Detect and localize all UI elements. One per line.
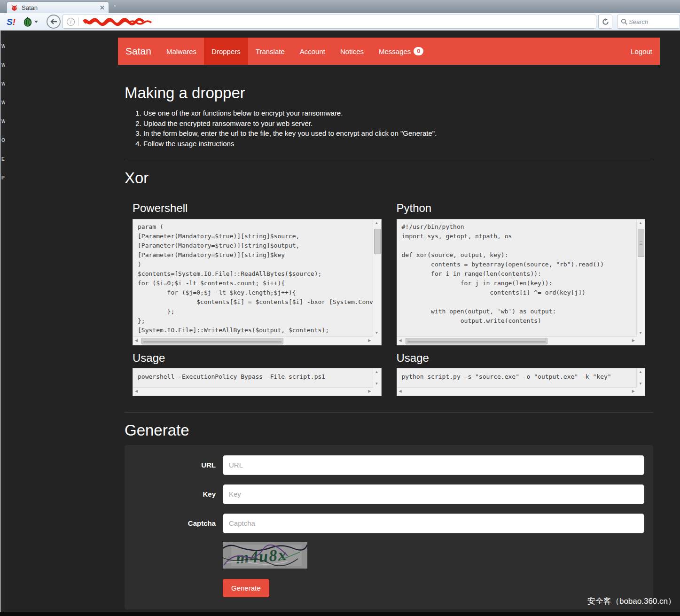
scroll-up-icon[interactable]: ▲ bbox=[639, 221, 642, 225]
redacted-url-scribble bbox=[83, 17, 153, 26]
form-row-captcha: Captcha bbox=[125, 514, 644, 533]
scrollbar-corner bbox=[637, 337, 645, 345]
vertical-scrollbar[interactable]: ▲ ▼ bbox=[636, 219, 645, 337]
reload-icon bbox=[602, 18, 609, 25]
key-field[interactable] bbox=[223, 484, 644, 504]
devil-favicon-icon bbox=[11, 4, 18, 11]
scroll-left-icon[interactable]: ◀ bbox=[135, 339, 138, 343]
horizontal-scrollbar[interactable]: ◀ ▶ bbox=[397, 336, 637, 345]
scroll-left-icon[interactable]: ◀ bbox=[399, 339, 402, 343]
instruction-step: Use one of the xor functions below to en… bbox=[143, 108, 653, 118]
scroll-up-icon[interactable]: ▲ bbox=[639, 370, 642, 374]
nav-item-droppers[interactable]: Droppers bbox=[204, 38, 248, 65]
nav-item-messages[interactable]: Messages 0 bbox=[371, 38, 431, 65]
scrollbar-corner bbox=[637, 388, 645, 396]
scrollbar-thumb[interactable] bbox=[374, 229, 381, 254]
nav-item-account[interactable]: Account bbox=[292, 38, 333, 65]
vertical-scrollbar[interactable]: ▲ ▼ bbox=[373, 368, 381, 388]
new-tab-button[interactable] bbox=[114, 5, 116, 7]
powershell-usage: powershell -ExecutionPolicy Bypass -File… bbox=[133, 368, 373, 388]
python-code: #!/usr/bin/python import sys, getopt, nt… bbox=[397, 219, 637, 337]
web-page: Satan Malwares Droppers Translate Accoun… bbox=[5, 31, 680, 612]
powershell-usage-title: Usage bbox=[133, 352, 382, 364]
url-bar[interactable]: i bbox=[63, 15, 596, 29]
scroll-up-icon[interactable]: ▲ bbox=[375, 221, 379, 225]
url-field[interactable] bbox=[223, 455, 644, 475]
python-usage: python script.py -s "source.exe" -o "out… bbox=[397, 368, 637, 388]
screenshot-root: W WWWW WOEP Satan ✕ S! bbox=[0, 0, 680, 616]
scroll-up-icon[interactable]: ▲ bbox=[375, 370, 379, 374]
generate-button-wrap: Generate bbox=[223, 579, 644, 597]
site-info-icon[interactable]: i bbox=[67, 18, 75, 26]
tab-title: Satan bbox=[22, 4, 100, 11]
chevron-down-icon bbox=[34, 21, 38, 23]
scroll-right-icon[interactable]: ▶ bbox=[368, 390, 371, 393]
captcha-field[interactable] bbox=[223, 514, 644, 533]
tab-close-icon[interactable]: ✕ bbox=[100, 4, 105, 11]
scroll-right-icon[interactable]: ▶ bbox=[368, 339, 371, 343]
python-title: Python bbox=[397, 202, 646, 214]
search-input[interactable] bbox=[628, 18, 667, 26]
browser-tab[interactable]: Satan ✕ bbox=[7, 1, 109, 13]
form-row-key: Key bbox=[125, 484, 644, 504]
instruction-step: Upload the encrypted ransomware to your … bbox=[143, 118, 653, 129]
powershell-code: param ( [Parameter(Mandatory=$true)][str… bbox=[133, 219, 373, 337]
generate-button[interactable]: Generate bbox=[223, 579, 269, 597]
captcha-image: m4u8x bbox=[223, 542, 307, 569]
scroll-down-icon[interactable]: ▼ bbox=[639, 331, 642, 335]
divider bbox=[125, 160, 653, 160]
scrollbar-corner bbox=[373, 337, 381, 345]
instruction-step: In the form below, enter the url to the … bbox=[143, 128, 653, 139]
nav-item-notices[interactable]: Notices bbox=[333, 38, 371, 65]
powershell-code-box[interactable]: param ( [Parameter(Mandatory=$true)][str… bbox=[133, 219, 382, 345]
navbar-brand[interactable]: Satan bbox=[118, 38, 159, 65]
key-label: Key bbox=[125, 484, 223, 504]
generate-section-title: Generate bbox=[125, 422, 653, 439]
powershell-column: Powershell param ( [Parameter(Mandatory=… bbox=[133, 202, 382, 397]
horizontal-scrollbar[interactable]: ◀ ▶ bbox=[133, 336, 373, 345]
vertical-scrollbar[interactable]: ▲ ▼ bbox=[636, 368, 645, 388]
onion-icon bbox=[23, 16, 32, 27]
url-separator bbox=[78, 17, 79, 26]
scroll-down-icon[interactable]: ▼ bbox=[639, 382, 642, 386]
python-code-box[interactable]: #!/usr/bin/python import sys, getopt, nt… bbox=[397, 219, 646, 345]
scroll-left-icon[interactable]: ◀ bbox=[135, 390, 138, 393]
sbang-addon-icon[interactable]: S! bbox=[7, 17, 16, 26]
search-box[interactable] bbox=[617, 15, 680, 29]
scrollbar-thumb[interactable] bbox=[406, 338, 547, 344]
page-title: Making a dropper bbox=[125, 85, 653, 101]
main-navbar: Satan Malwares Droppers Translate Accoun… bbox=[118, 38, 660, 65]
scrollbar-thumb[interactable] bbox=[141, 338, 283, 344]
horizontal-scrollbar[interactable]: ◀ ▶ bbox=[397, 387, 637, 396]
captcha-label: Captcha bbox=[125, 514, 223, 533]
reload-button[interactable] bbox=[598, 15, 612, 29]
scroll-left-icon[interactable]: ◀ bbox=[399, 390, 402, 393]
scroll-down-icon[interactable]: ▼ bbox=[375, 331, 379, 335]
python-usage-box[interactable]: python script.py -s "source.exe" -o "out… bbox=[397, 368, 646, 396]
scrollbar-thumb[interactable] bbox=[638, 229, 644, 257]
page-container: Making a dropper Use one of the xor func… bbox=[118, 65, 660, 609]
divider bbox=[125, 412, 653, 413]
browser-toolbar: S! i bbox=[0, 13, 680, 31]
powershell-usage-box[interactable]: powershell -ExecutionPolicy Bypass -File… bbox=[133, 368, 382, 396]
watermark-text: 安全客（bobao.360.cn） bbox=[587, 596, 676, 607]
scroll-right-icon[interactable]: ▶ bbox=[632, 390, 635, 393]
xor-section-title: Xor bbox=[125, 170, 653, 187]
back-button[interactable] bbox=[47, 15, 61, 29]
instruction-list: Use one of the xor functions below to en… bbox=[125, 108, 653, 148]
powershell-title: Powershell bbox=[133, 202, 382, 214]
tor-button[interactable] bbox=[23, 16, 38, 27]
python-column: Python #!/usr/bin/python import sys, get… bbox=[397, 202, 646, 397]
scroll-right-icon[interactable]: ▶ bbox=[632, 339, 635, 343]
nav-item-translate[interactable]: Translate bbox=[248, 38, 292, 65]
navbar-spacer bbox=[431, 38, 623, 65]
horizontal-scrollbar[interactable]: ◀ ▶ bbox=[133, 387, 373, 396]
vertical-scrollbar[interactable]: ▲ ▼ bbox=[373, 219, 381, 337]
nav-item-malwares[interactable]: Malwares bbox=[159, 38, 204, 65]
search-icon bbox=[621, 18, 628, 25]
form-row-url: URL bbox=[125, 455, 644, 475]
nav-item-logout[interactable]: Logout bbox=[623, 38, 660, 65]
xor-columns: Powershell param ( [Parameter(Mandatory=… bbox=[118, 202, 660, 397]
captcha-image-wrap: m4u8x bbox=[223, 542, 644, 570]
scroll-down-icon[interactable]: ▼ bbox=[375, 382, 379, 386]
